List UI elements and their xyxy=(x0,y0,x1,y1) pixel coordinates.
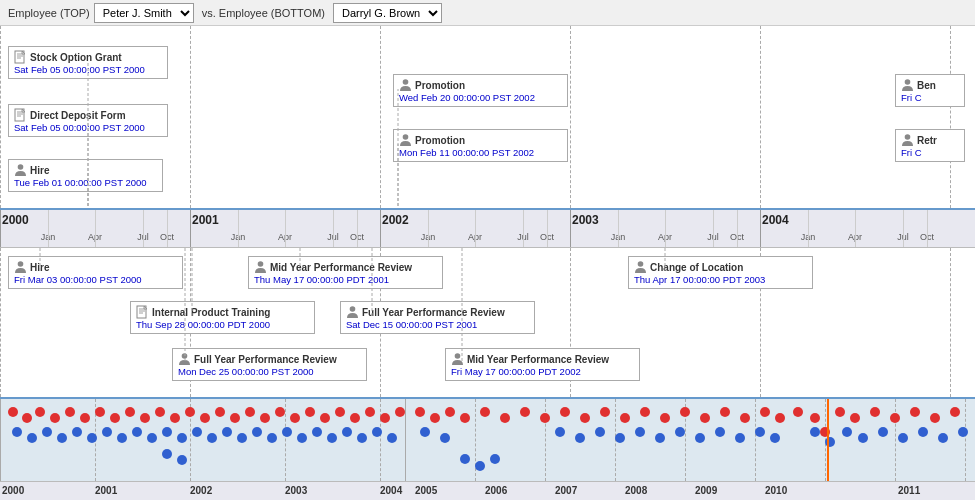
bottom-employee-select[interactable]: Darryl G. Brown xyxy=(333,3,442,23)
main-area: Stock Option Grant Sat Feb 05 00:00:00 P… xyxy=(0,26,975,500)
dot-red xyxy=(415,407,425,417)
dot-blue xyxy=(595,427,605,437)
svg-point-13 xyxy=(905,79,911,85)
dot-red xyxy=(185,407,195,417)
event-title-promo2: Promotion xyxy=(415,135,465,146)
dot-blue xyxy=(72,427,82,437)
dot-red xyxy=(110,413,120,423)
dot-red xyxy=(600,407,610,417)
dot-blue xyxy=(177,455,187,465)
dot-blue xyxy=(222,427,232,437)
event-title-fullyr2000: Full Year Performance Review xyxy=(194,354,337,365)
event-card-promotion1: Promotion Wed Feb 20 00:00:00 PST 2002 xyxy=(393,74,568,107)
dot-blue xyxy=(162,449,172,459)
dot-blue xyxy=(475,461,485,471)
dot-red xyxy=(720,407,730,417)
axis-year-2002: 2002 xyxy=(382,213,409,227)
event-date-fullyr2000: Mon Dec 25 00:00:00 PST 2000 xyxy=(178,366,361,377)
dot-blue xyxy=(555,427,565,437)
person-icon-b3 xyxy=(254,260,267,274)
dot-red xyxy=(305,407,315,417)
dot-red xyxy=(125,407,135,417)
dot-red xyxy=(290,413,300,423)
event-date-hire-bottom: Fri Mar 03 00:00:00 PST 2000 xyxy=(14,274,177,285)
dot-blue xyxy=(282,427,292,437)
axis-year-2001: 2001 xyxy=(192,213,219,227)
svg-point-28 xyxy=(350,306,356,312)
dot-blue xyxy=(267,433,277,443)
dot-red xyxy=(350,413,360,423)
event-date-fullyr2001: Sat Dec 15 00:00:00 PST 2001 xyxy=(346,319,529,330)
dot-red xyxy=(460,413,470,423)
person-icon-b6 xyxy=(634,260,647,274)
dot-red xyxy=(430,413,440,423)
dot-blue xyxy=(460,454,470,464)
event-title-midyr2001: Mid Year Performance Review xyxy=(270,262,412,273)
dot-red xyxy=(520,407,530,417)
bottom-timeline: Hire Fri Mar 03 00:00:00 PST 2000 Intern… xyxy=(0,248,975,396)
event-card-midyr2002: Mid Year Performance Review Fri May 17 0… xyxy=(445,348,640,381)
svg-point-26 xyxy=(182,353,188,359)
dot-red xyxy=(245,407,255,417)
timeline-axis: .axis-yr { position:absolute; font-size:… xyxy=(0,208,975,248)
dot-blue xyxy=(878,427,888,437)
scatter-year-2006: 2006 xyxy=(485,485,507,496)
dot-red xyxy=(140,413,150,423)
dot-red xyxy=(640,407,650,417)
dot-red xyxy=(445,407,455,417)
dot-blue xyxy=(695,433,705,443)
dot-blue xyxy=(342,427,352,437)
dot-red xyxy=(480,407,490,417)
scatter-axis: .sax-yr { position:absolute; font-size:1… xyxy=(0,481,975,500)
dot-red xyxy=(910,407,920,417)
dot-red xyxy=(930,413,940,423)
dot-red xyxy=(620,413,630,423)
person-icon-b4 xyxy=(346,305,359,319)
dot-blue xyxy=(810,427,820,437)
dot-red xyxy=(560,407,570,417)
person-icon-5 xyxy=(901,133,914,147)
axis-tick-2004 xyxy=(760,210,761,247)
dot-red xyxy=(65,407,75,417)
event-date-hire-top: Tue Feb 01 00:00:00 PST 2000 xyxy=(14,177,157,188)
svg-point-11 xyxy=(403,79,409,85)
dot-red xyxy=(80,413,90,423)
dot-blue xyxy=(207,433,217,443)
dot-red xyxy=(200,413,210,423)
event-title-hire-bottom: Hire xyxy=(30,262,49,273)
event-card-location: Change of Location Thu Apr 17 00:00:00 P… xyxy=(628,256,813,289)
dot-red xyxy=(50,413,60,423)
dot-red xyxy=(540,413,550,423)
dot-blue xyxy=(858,433,868,443)
dot-blue xyxy=(387,433,397,443)
dot-blue xyxy=(12,427,22,437)
dot-blue xyxy=(87,433,97,443)
event-date-midyr2002: Fri May 17 00:00:00 PDT 2002 xyxy=(451,366,634,377)
dot-blue xyxy=(57,433,67,443)
event-date-training: Thu Sep 28 00:00:00 PDT 2000 xyxy=(136,319,309,330)
dot-blue xyxy=(898,433,908,443)
dot-blue xyxy=(575,433,585,443)
dot-blue xyxy=(958,427,968,437)
dot-blue xyxy=(490,454,500,464)
person-icon-2 xyxy=(399,78,412,92)
scatter-year-2010: 2010 xyxy=(765,485,787,496)
event-card-fullyr2000: Full Year Performance Review Mon Dec 25 … xyxy=(172,348,367,381)
dot-red xyxy=(500,413,510,423)
dot-blue xyxy=(102,427,112,437)
dot-blue xyxy=(372,427,382,437)
top-employee-select[interactable]: Peter J. Smith xyxy=(94,3,194,23)
event-date: Sat Feb 05 00:00:00 PST 2000 xyxy=(14,64,162,75)
dot-blue xyxy=(675,427,685,437)
dot-red xyxy=(660,413,670,423)
svg-point-14 xyxy=(905,134,911,140)
dot-blue xyxy=(177,433,187,443)
event-card-ben: Ben Fri C xyxy=(895,74,965,107)
dot-blue xyxy=(938,433,948,443)
dot-blue xyxy=(770,433,780,443)
axis-tick-2003 xyxy=(570,210,571,247)
dot-red xyxy=(380,413,390,423)
dot-blue xyxy=(440,433,450,443)
event-title-retr: Retr xyxy=(917,135,937,146)
event-date-ben: Fri C xyxy=(901,92,959,103)
